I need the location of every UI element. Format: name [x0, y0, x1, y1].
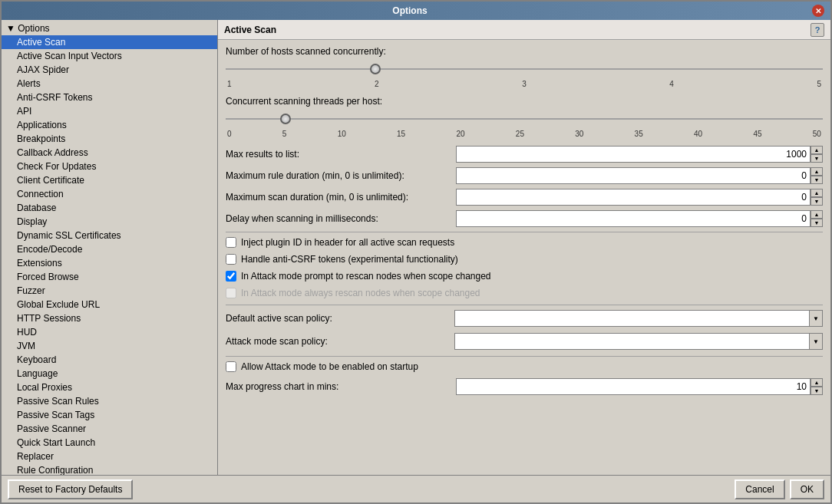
sidebar-item-display[interactable]: Display — [2, 215, 217, 229]
sidebar-item-http-sessions[interactable]: HTTP Sessions — [2, 311, 217, 325]
sidebar-item-passive-scan-tags[interactable]: Passive Scan Tags — [2, 408, 217, 422]
attack-mode-policy-wrapper: ▼ — [454, 333, 823, 350]
max-results-input[interactable] — [456, 146, 811, 163]
hosts-slider-container: Number of hosts scanned concurrently: 1 … — [226, 46, 823, 88]
checkbox1-input[interactable] — [226, 237, 236, 248]
default-scan-policy-wrapper: ▼ — [454, 310, 823, 327]
max-progress-down[interactable]: ▼ — [811, 387, 823, 395]
divider-2 — [226, 305, 823, 305]
sidebar-item-alerts[interactable]: Alerts — [2, 77, 217, 91]
sidebar-item-replacer[interactable]: Replacer — [2, 450, 217, 463]
max-rule-duration-up[interactable]: ▲ — [811, 167, 823, 176]
sidebar-item-jvm[interactable]: JVM — [2, 339, 217, 353]
attack-mode-policy-select[interactable] — [454, 333, 823, 350]
checkbox5-input[interactable] — [226, 361, 236, 372]
sidebar-item-callback-address[interactable]: Callback Address — [2, 146, 217, 160]
sidebar-item-hud[interactable]: HUD — [2, 325, 217, 339]
sidebar-item-client-certificate[interactable]: Client Certificate — [2, 173, 217, 187]
max-rule-duration-down[interactable]: ▼ — [811, 176, 823, 184]
sidebar-item-quick-start-launch[interactable]: Quick Start Launch — [2, 436, 217, 450]
sidebar-item-local-proxies[interactable]: Local Proxies — [2, 380, 217, 394]
sidebar-item-breakpoints[interactable]: Breakpoints — [2, 132, 217, 146]
sidebar-root-item[interactable]: ▼ Options — [2, 21, 217, 35]
sidebar-item-applications[interactable]: Applications — [2, 118, 217, 132]
checkbox1-label: Inject plugin ID in header for all activ… — [241, 237, 454, 248]
max-progress-input[interactable] — [456, 378, 811, 395]
sidebar-item-passive-scan-rules[interactable]: Passive Scan Rules — [2, 394, 217, 408]
sidebar-item-forced-browse[interactable]: Forced Browse — [2, 270, 217, 284]
sidebar-item-global-exclude-url[interactable]: Global Exclude URL — [2, 298, 217, 311]
hosts-label-2: 2 — [375, 80, 379, 88]
max-rule-duration-input[interactable] — [456, 167, 811, 184]
checkbox1-row: Inject plugin ID in header for all activ… — [226, 237, 823, 248]
sidebar-item-fuzzer[interactable]: Fuzzer — [2, 284, 217, 298]
sidebar-item-ajax-spider[interactable]: AJAX Spider — [2, 63, 217, 77]
delay-scanning-up[interactable]: ▲ — [811, 210, 823, 219]
max-scan-duration-up[interactable]: ▲ — [811, 189, 823, 197]
delay-scanning-label: Delay when scanning in milliseconds: — [226, 213, 456, 224]
checkbox4-input[interactable] — [226, 288, 236, 298]
sidebar-item-check-for-updates[interactable]: Check For Updates — [2, 160, 217, 173]
default-scan-policy-select[interactable] — [454, 310, 823, 327]
sidebar-item-active-scan[interactable]: Active Scan — [2, 35, 217, 49]
max-results-down[interactable]: ▼ — [811, 154, 823, 163]
sidebar-item-passive-scanner[interactable]: Passive Scanner — [2, 422, 217, 436]
max-progress-input-group: ▲ ▼ — [456, 378, 823, 395]
max-rule-duration-row: Maximum rule duration (min, 0 is unlimit… — [226, 167, 823, 184]
sidebar-item-connection[interactable]: Connection — [2, 187, 217, 201]
ok-button[interactable]: OK — [790, 479, 824, 499]
checkbox3-label: In Attack mode prompt to rescan nodes wh… — [241, 271, 491, 282]
hosts-slider[interactable] — [226, 60, 823, 78]
threads-label-0: 0 — [227, 130, 232, 138]
sidebar-item-encodedecode[interactable]: Encode/Decode — [2, 242, 217, 256]
bottom-bar: Reset to Factory Defaults Cancel OK — [2, 475, 830, 502]
sidebar-item-rule-configuration[interactable]: Rule Configuration — [2, 463, 217, 475]
reset-factory-defaults-button[interactable]: Reset to Factory Defaults — [8, 479, 133, 499]
bottom-left: Reset to Factory Defaults — [8, 479, 133, 499]
threads-slider[interactable] — [226, 110, 823, 128]
sidebar-item-active-scan-input-vectors[interactable]: Active Scan Input Vectors — [2, 49, 217, 63]
close-button[interactable]: ✕ — [812, 5, 824, 17]
max-scan-duration-input-group: ▲ ▼ — [456, 189, 823, 206]
hosts-slider-thumb[interactable] — [370, 64, 381, 74]
sidebar-item-language[interactable]: Language — [2, 367, 217, 380]
help-icon[interactable]: ? — [811, 23, 824, 37]
max-scan-duration-row: Maximum scan duration (min, 0 is unlimit… — [226, 189, 823, 206]
panel-header: Active Scan ? — [218, 20, 830, 40]
threads-label-5: 5 — [282, 130, 287, 138]
sidebar-item-dynamic-ssl-certificates[interactable]: Dynamic SSL Certificates — [2, 229, 217, 242]
sidebar-item-keyboard[interactable]: Keyboard — [2, 353, 217, 367]
max-rule-duration-input-group: ▲ ▼ — [456, 167, 823, 184]
delay-scanning-down[interactable]: ▼ — [811, 219, 823, 227]
sidebar-scroll[interactable]: ▼ Options Active ScanActive Scan Input V… — [2, 20, 217, 475]
threads-label-45: 45 — [753, 130, 761, 138]
threads-label-15: 15 — [397, 130, 405, 138]
panel-body: Number of hosts scanned concurrently: 1 … — [218, 40, 830, 475]
max-scan-duration-down[interactable]: ▼ — [811, 197, 823, 206]
hosts-slider-track — [226, 68, 823, 70]
hosts-slider-labels: 1 2 3 4 5 — [226, 80, 823, 88]
threads-label-20: 20 — [456, 130, 464, 138]
delay-scanning-input-group: ▲ ▼ — [456, 210, 823, 227]
checkbox2-row: Handle anti-CSRF tokens (experimental fu… — [226, 254, 823, 265]
sidebar-item-extensions[interactable]: Extensions — [2, 256, 217, 270]
threads-slider-thumb[interactable] — [280, 114, 291, 124]
max-results-up[interactable]: ▲ — [811, 146, 823, 154]
cancel-button[interactable]: Cancel — [735, 479, 784, 499]
checkbox5-row: Allow Attack mode to be enabled on start… — [226, 361, 823, 372]
threads-label-30: 30 — [575, 130, 583, 138]
sidebar-item-database[interactable]: Database — [2, 201, 217, 215]
sidebar-item-anti-csrf-tokens[interactable]: Anti-CSRF Tokens — [2, 91, 217, 104]
max-progress-up[interactable]: ▲ — [811, 378, 823, 387]
max-scan-duration-input[interactable] — [456, 189, 811, 206]
window-title: Options — [8, 5, 812, 16]
max-scan-duration-spin: ▲ ▼ — [811, 189, 823, 206]
sidebar-items-container: Active ScanActive Scan Input VectorsAJAX… — [2, 35, 217, 475]
checkbox4-row: In Attack mode always rescan nodes when … — [226, 288, 823, 298]
checkbox2-input[interactable] — [226, 254, 236, 265]
delay-scanning-input[interactable] — [456, 210, 811, 227]
checkbox5-label: Allow Attack mode to be enabled on start… — [241, 361, 418, 372]
sidebar-item-api[interactable]: API — [2, 104, 217, 118]
max-results-row: Max results to list: ▲ ▼ — [226, 146, 823, 163]
checkbox3-input[interactable] — [226, 271, 236, 282]
